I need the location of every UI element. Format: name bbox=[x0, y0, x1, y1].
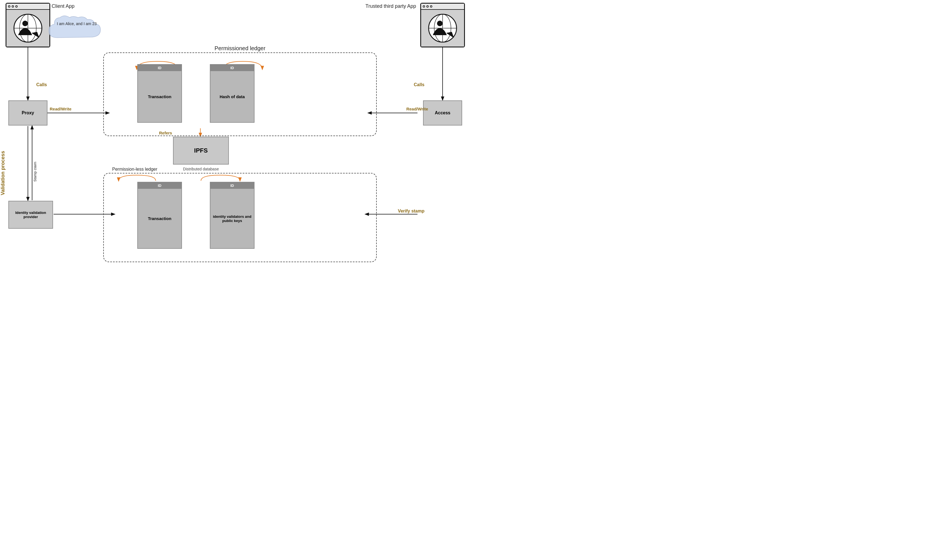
browser-dot-2 bbox=[12, 5, 14, 8]
permission-less-ledger-container: Permission-less ledger ID Transaction ID… bbox=[103, 173, 377, 262]
identity-validators-header: ID bbox=[210, 182, 254, 189]
right-browser-bar bbox=[421, 4, 464, 10]
transaction-left-text: Transaction bbox=[148, 94, 171, 99]
cloud-svg bbox=[46, 12, 108, 46]
right-browser-window bbox=[420, 3, 465, 48]
stamp-claim-label: Stamp claim bbox=[33, 162, 37, 182]
distributed-database-label: Distributed database bbox=[165, 167, 237, 171]
browser-dot-5 bbox=[426, 5, 429, 8]
ipfs-label: IPFS bbox=[194, 147, 208, 154]
identity-validation-box: Identity validation provider bbox=[8, 201, 53, 229]
identity-validators-box: ID identity validators and public keys bbox=[210, 182, 255, 249]
hash-of-data-header: ID bbox=[210, 65, 254, 71]
calls-right-label: Calls bbox=[414, 82, 424, 87]
left-browser-window bbox=[6, 3, 50, 48]
hash-of-data-text: Hash of data bbox=[220, 94, 245, 99]
permissioned-ledger-label: Permissioned ledger bbox=[214, 45, 265, 52]
browser-dot-4 bbox=[423, 5, 425, 8]
hash-of-data-box: ID Hash of data bbox=[210, 64, 255, 123]
validation-process-label: Validation process bbox=[0, 112, 6, 195]
id-transaction-bottom-left-box: ID Transaction bbox=[137, 182, 182, 249]
id-transaction-left-box: ID Transaction bbox=[137, 64, 182, 123]
browser-dot-6 bbox=[430, 5, 432, 8]
proxy-box: Proxy bbox=[8, 100, 48, 126]
left-globe-person-icon bbox=[12, 13, 43, 43]
browser-dot-1 bbox=[8, 5, 10, 8]
svg-point-21 bbox=[437, 21, 443, 26]
left-browser-bar bbox=[6, 4, 49, 10]
right-browser-body bbox=[421, 10, 464, 46]
permissioned-ledger-container: Permissioned ledger ID Transaction ID Ha… bbox=[103, 52, 377, 136]
browser-dot-3 bbox=[15, 5, 18, 8]
left-browser-body bbox=[6, 10, 49, 46]
trusted-app-label: Trusted third party App bbox=[366, 3, 416, 9]
proxy-label: Proxy bbox=[22, 111, 34, 115]
refers-label: Refers bbox=[159, 131, 172, 135]
identity-validation-label: Identity validation provider bbox=[9, 211, 52, 219]
identity-validators-text: identity validators and public keys bbox=[212, 214, 252, 223]
calls-left-label: Calls bbox=[36, 82, 47, 87]
id-transaction-left-header: ID bbox=[138, 65, 181, 71]
ipfs-box: IPFS bbox=[173, 137, 229, 165]
right-globe-person-icon bbox=[427, 13, 458, 43]
access-label: Access bbox=[435, 111, 450, 115]
verify-stamp-label: Verify stamp bbox=[398, 209, 424, 214]
read-write-right-label: Read/Write bbox=[406, 106, 428, 111]
alice-claim-text: I am Alice, and I am 23 bbox=[50, 22, 103, 26]
access-box: Access bbox=[423, 100, 462, 126]
svg-point-14 bbox=[22, 21, 28, 26]
client-app-label: Client App bbox=[52, 3, 74, 9]
read-write-left-label: Read/Write bbox=[50, 106, 71, 111]
diagram-container: Client App Trusted third party App I am … bbox=[0, 0, 470, 280]
cloud-container: I am Alice, and I am 23 bbox=[46, 12, 108, 46]
transaction-bottom-left-text: Transaction bbox=[148, 216, 171, 221]
id-transaction-bottom-left-header: ID bbox=[138, 182, 181, 189]
permission-less-ledger-label: Permission-less ledger bbox=[112, 167, 157, 172]
